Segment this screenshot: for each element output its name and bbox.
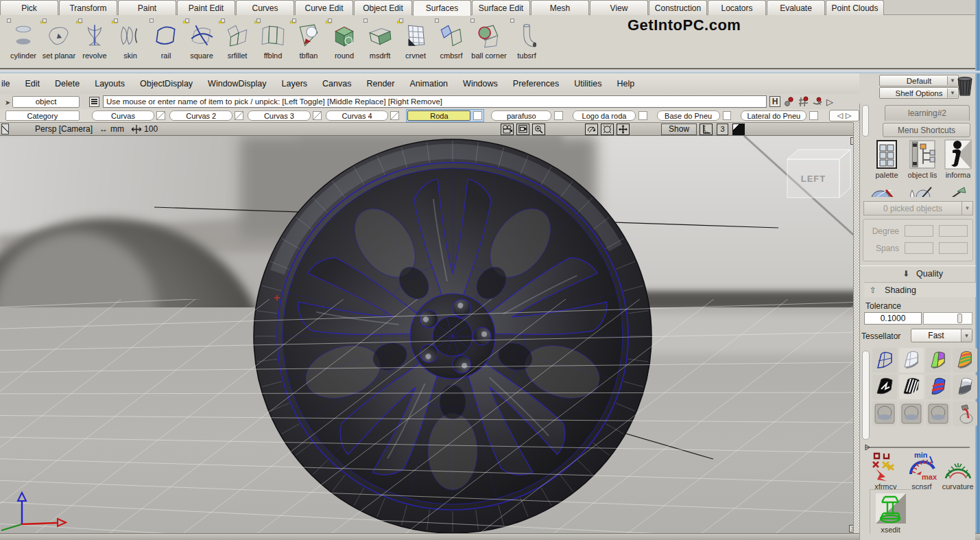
panel-scrollbar[interactable]: [862, 105, 869, 137]
option-box-icon[interactable]: [470, 19, 475, 23]
tool-square[interactable]: square: [184, 17, 219, 67]
menu-layouts[interactable]: Layouts: [95, 79, 125, 89]
arrow-right-icon[interactable]: ▷: [846, 111, 851, 120]
degree-field-1[interactable]: [905, 225, 933, 237]
shading-grid-scrollbar[interactable]: [862, 351, 870, 440]
option-box-icon[interactable]: [256, 19, 261, 23]
option-box-icon[interactable]: [7, 19, 11, 23]
shelf-preset-dropdown[interactable]: Default▼: [879, 75, 959, 86]
layer-toggle-icon[interactable]: [313, 111, 322, 120]
tool-tubsrf[interactable]: tubsrf: [509, 17, 545, 67]
render-sphere-button-2[interactable]: [899, 401, 924, 426]
shelf-tab-surfaces[interactable]: Surfaces: [413, 0, 471, 16]
shelf-tab-evaluate[interactable]: Evaluate: [767, 0, 825, 15]
option-box-icon[interactable]: [221, 19, 225, 23]
tool-srfillet[interactable]: srfillet: [219, 17, 255, 67]
menu-layers[interactable]: Layers: [282, 79, 308, 89]
shade-black-button[interactable]: [872, 375, 897, 399]
option-box-icon[interactable]: [399, 19, 403, 23]
wheel-model[interactable]: [214, 136, 691, 533]
shade-flat-button[interactable]: [899, 348, 924, 373]
shelf-tab-mesh[interactable]: Mesh: [531, 0, 589, 15]
show-menu-button[interactable]: Show: [661, 124, 697, 135]
render-sphere-button-1[interactable]: [872, 401, 897, 426]
arrow-left-icon[interactable]: ◁: [837, 111, 843, 120]
viewport-canvas[interactable]: LEFT: [0, 136, 859, 533]
spans-field-2[interactable]: [939, 242, 968, 254]
option-box-icon[interactable]: [510, 19, 514, 23]
camera-icon[interactable]: [501, 124, 514, 135]
camera-locked-icon[interactable]: [516, 124, 529, 135]
level-indicator[interactable]: 3: [717, 124, 728, 135]
option-box-icon[interactable]: [43, 19, 47, 23]
panel-tab-learning[interactable]: learning#2: [885, 105, 970, 121]
layer-toggle-icon[interactable]: [156, 111, 165, 120]
viewport-camera-label[interactable]: Persp [Camera]: [35, 124, 93, 134]
menu-edit[interactable]: Edit: [25, 79, 40, 89]
option-box-icon[interactable]: [363, 19, 368, 23]
layer-curvas[interactable]: Curvas: [92, 110, 155, 121]
information-window-button[interactable]: informa: [942, 139, 974, 183]
tool-revolve[interactable]: revolve: [77, 17, 112, 67]
option-box-icon[interactable]: [435, 19, 439, 23]
clipped-icon[interactable]: [942, 185, 968, 197]
layer-curvas-4[interactable]: Curvas 4: [326, 110, 389, 121]
layer-checkbox[interactable]: [809, 111, 818, 120]
curvature-tool[interactable]: curvature: [942, 451, 974, 491]
quality-section-header[interactable]: ⬇Quality: [860, 266, 976, 281]
shelf-tab-curves[interactable]: Curves: [236, 0, 294, 15]
layer-checkbox[interactable]: [723, 111, 732, 120]
degree-field-2[interactable]: [939, 225, 968, 237]
zoom-magnifier-icon[interactable]: [532, 124, 545, 135]
shelf-tab-construction[interactable]: Construction: [649, 0, 707, 15]
layer-toggle-icon[interactable]: [235, 111, 243, 120]
tool-cylinder[interactable]: cylinder: [5, 17, 41, 67]
shade-chrome-button[interactable]: [953, 375, 977, 399]
perspective-viewport[interactable]: LEFT: [0, 136, 859, 533]
layer-checkbox[interactable]: [638, 111, 647, 120]
shelf-tab-locators[interactable]: Locators: [708, 0, 766, 15]
shade-blue-red-button[interactable]: [926, 375, 951, 399]
option-box-icon[interactable]: [78, 19, 82, 23]
snap-curve-icon[interactable]: [812, 96, 824, 108]
option-box-icon[interactable]: [292, 19, 296, 23]
xfrmcv-tool[interactable]: xfrmcv: [870, 451, 902, 491]
layer-curvas-3[interactable]: Curvas 3: [248, 110, 311, 121]
menu-canvas[interactable]: Canvas: [322, 79, 351, 89]
shelf-tab-pick[interactable]: Pick: [0, 0, 58, 15]
view-cube[interactable]: LEFT: [787, 150, 850, 198]
shelf-tab-paint-edit[interactable]: Paint Edit: [177, 0, 235, 15]
tolerance-slider[interactable]: [923, 312, 972, 325]
shelf-tab-transform[interactable]: Transform: [59, 0, 117, 15]
menu-animation[interactable]: Animation: [409, 79, 448, 89]
layer-curvas-2[interactable]: Curvas 2: [169, 110, 232, 121]
tessellator-dropdown[interactable]: Fast▼: [911, 329, 972, 342]
clipped-icon[interactable]: [871, 185, 897, 197]
tool-crvnet[interactable]: crvnet: [398, 17, 433, 67]
slider-thumb[interactable]: [957, 314, 962, 323]
option-box-icon[interactable]: [114, 19, 118, 23]
chevron-down-icon[interactable]: ▼: [961, 202, 972, 215]
layer-toggle-icon[interactable]: [390, 111, 399, 120]
scnsrf-tool[interactable]: min max scnsrf: [906, 451, 938, 491]
spans-field-1[interactable]: [905, 242, 933, 254]
menu-file[interactable]: ile: [1, 79, 10, 89]
prompt-expand-icon[interactable]: ▷: [826, 97, 833, 107]
menu-help[interactable]: Help: [617, 79, 635, 89]
shade-stripes-button[interactable]: [953, 348, 977, 373]
prompt-history-list-icon[interactable]: [89, 97, 99, 107]
object-lister-window-button[interactable]: object lis: [907, 139, 938, 183]
xsedit-tool[interactable]: xsedit: [870, 489, 911, 534]
menu-shortcuts-button[interactable]: Menu Shortcuts: [883, 123, 970, 137]
shade-wireframe-button[interactable]: [872, 348, 897, 373]
spray-render-button[interactable]: [953, 401, 977, 426]
menu-windowdisplay[interactable]: WindowDisplay: [208, 79, 266, 89]
render-sphere-button-3[interactable]: [926, 401, 951, 426]
tool-msdrft[interactable]: msdrft: [362, 17, 398, 67]
layer-lateral-do-pneu[interactable]: Lateral do Pneu: [741, 110, 806, 121]
shade-zebra-button[interactable]: [899, 375, 924, 399]
menu-windows[interactable]: Windows: [463, 79, 498, 89]
tool-cmbsrf[interactable]: cmbsrf: [433, 17, 469, 67]
menu-render[interactable]: Render: [366, 79, 394, 89]
layer-logo-da-roda[interactable]: Logo da roda: [573, 110, 636, 121]
